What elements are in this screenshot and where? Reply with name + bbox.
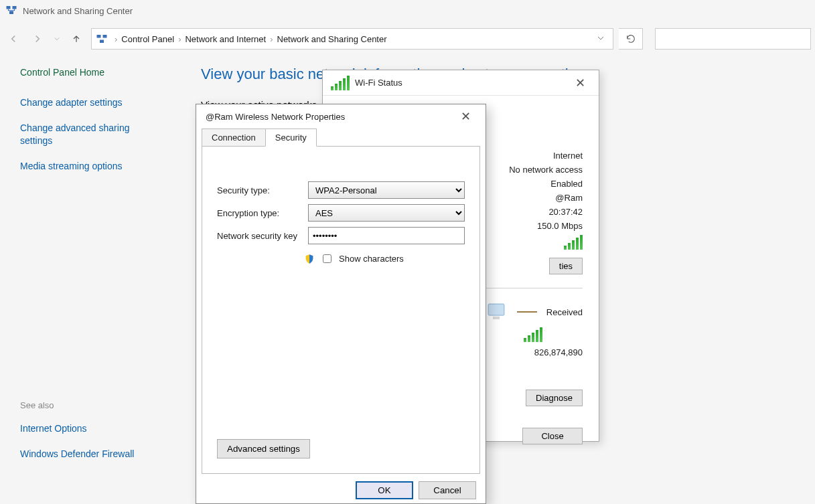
svg-rect-4 [103,35,107,38]
nav-up-button[interactable] [67,29,86,48]
refresh-button[interactable] [619,28,643,50]
security-type-label: Security type: [217,185,308,195]
breadcrumb-item[interactable]: Control Panel [121,34,174,44]
network-key-input[interactable] [308,227,465,244]
wifi-ssid-value: @Ram [555,193,583,203]
wifi-duration-value: 20:37:42 [548,207,583,217]
wireless-properties-dialog: @Ram Wireless Network Properties ✕ Conne… [196,104,486,504]
window-title: Network and Sharing Center [23,6,133,16]
breadcrumb[interactable]: Control Panel Network and Internet Netwo… [91,28,613,50]
sidebar-link-media-streaming[interactable]: Media streaming options [20,160,161,173]
activity-separator [517,311,537,313]
svg-rect-3 [97,35,101,38]
wifi-state-value: Enabled [550,179,583,189]
close-icon[interactable]: ✕ [455,106,476,127]
close-button[interactable]: Close [522,428,583,444]
wifi-signal-icon [564,235,583,250]
chevron-down-icon[interactable] [597,34,605,44]
nav-forward-button[interactable] [28,29,47,48]
control-panel-home-link[interactable]: Control Panel Home [20,67,161,78]
see-also-label: See also [20,400,161,410]
network-key-label: Network security key [217,231,308,241]
close-icon[interactable]: ✕ [570,73,591,93]
chevron-right-icon [115,34,117,44]
sidebar-link-advanced-sharing[interactable]: Change advanced sharing settings [20,122,161,148]
breadcrumb-item[interactable]: Network and Sharing Center [277,34,387,44]
tab-security[interactable]: Security [265,129,317,147]
received-label: Received [546,307,583,317]
nav-history-dropdown[interactable] [52,29,62,48]
wifi-signal-icon [331,76,350,90]
received-bytes: 826,874,890 [534,347,583,357]
shield-icon [304,254,315,264]
dialog-title: Wi-Fi Status [355,78,402,88]
svg-rect-2 [9,11,13,14]
nav-back-button[interactable] [4,29,23,48]
wifi-access-value: No network access [509,165,583,175]
wifi-internet-value: Internet [553,151,583,161]
svg-rect-6 [488,304,504,315]
cancel-button[interactable]: Cancel [419,481,476,499]
svg-rect-0 [7,6,11,9]
chevron-right-icon [178,34,181,44]
tab-connection[interactable]: Connection [202,129,266,147]
sidebar-link-adapter[interactable]: Change adapter settings [20,96,161,110]
svg-rect-1 [13,6,17,9]
network-sharing-icon [96,33,108,45]
encryption-type-select[interactable]: AES [308,204,465,222]
svg-rect-5 [100,40,104,44]
svg-rect-7 [493,317,500,319]
show-characters-label: Show characters [339,254,404,264]
computer-icon [485,302,508,322]
wifi-signal-icon [524,327,542,342]
diagnose-button[interactable]: Diagnose [526,390,583,406]
search-input[interactable] [655,28,811,50]
show-characters-checkbox[interactable] [323,254,331,263]
ok-button[interactable]: OK [356,481,413,499]
sidebar-link-defender-firewall[interactable]: Windows Defender Firewall [20,448,161,461]
security-type-select[interactable]: WPA2-Personal [308,181,465,199]
encryption-type-label: Encryption type: [217,208,308,218]
network-sharing-icon [5,4,17,18]
breadcrumb-item[interactable]: Network and Internet [185,34,266,44]
advanced-settings-button[interactable]: Advanced settings [217,439,310,458]
wireless-properties-button[interactable]: ties [549,258,583,274]
chevron-right-icon [270,34,273,44]
sidebar-link-internet-options[interactable]: Internet Options [20,422,161,436]
wifi-speed-value: 150.0 Mbps [537,221,583,231]
dialog-title: @Ram Wireless Network Properties [206,112,345,122]
